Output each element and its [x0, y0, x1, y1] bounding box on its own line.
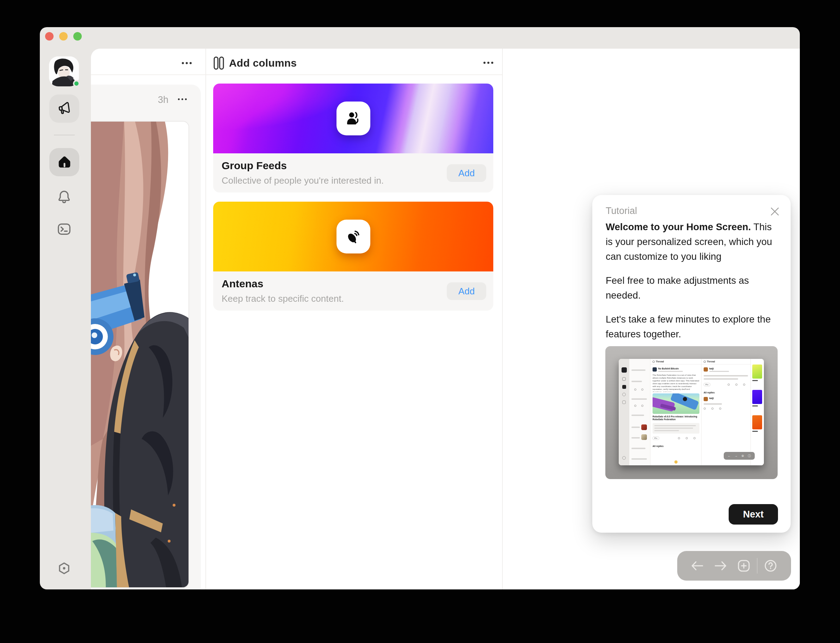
- tutorial-close-button[interactable]: [770, 206, 780, 217]
- mini-column-thread-1: Thread No Bullshit Bitcoin The RoboSats …: [650, 359, 702, 465]
- back-button[interactable]: [686, 557, 709, 574]
- antenas-tile: [337, 220, 370, 253]
- group-feeds-tile: [337, 101, 370, 135]
- traffic-lights: [45, 32, 82, 41]
- app-window: 3h: [40, 27, 800, 589]
- screenshot-canvas: 3h: [0, 0, 840, 643]
- add-columns-menu-button[interactable]: [483, 62, 493, 64]
- add-group-feeds-button[interactable]: Add: [447, 164, 486, 182]
- nav-toolbar: [677, 551, 791, 581]
- arrow-left-icon: [690, 560, 704, 571]
- close-icon: [770, 207, 780, 216]
- online-status-badge: [73, 80, 80, 87]
- forward-button[interactable]: [709, 557, 732, 574]
- arrow-right-icon: [714, 560, 727, 571]
- antenas-info: Antenas Keep track to specific content. …: [213, 271, 493, 310]
- terminal-icon: [56, 221, 72, 237]
- home-icon: [56, 154, 73, 170]
- mini-thread-header: Thread: [707, 360, 715, 363]
- mini-link-card: [653, 423, 699, 434]
- sidebar-item-notifications[interactable]: [56, 188, 73, 205]
- sidebar-item-home[interactable]: [49, 148, 79, 176]
- sidebar-item-console[interactable]: [56, 221, 73, 238]
- mini-post-author: kaiji: [709, 367, 714, 370]
- minimize-window-button[interactable]: [59, 32, 68, 41]
- anime-illustration: [91, 122, 189, 588]
- tutorial-popup: Tutorial Welcome to your Home Screen. Th…: [592, 195, 791, 533]
- mini-post-author: No Bullshit Bitcoin: [658, 367, 679, 370]
- close-window-button[interactable]: [45, 32, 54, 41]
- toolbar-separator: [757, 558, 757, 574]
- help-icon: [763, 559, 778, 573]
- columns-icon: [213, 56, 224, 70]
- left-column-menu-button[interactable]: [182, 62, 192, 64]
- mini-nav-toolbar: ←→⊕ⓘ: [724, 452, 755, 460]
- settings-icon: [56, 560, 72, 577]
- bell-icon: [56, 189, 72, 205]
- mini-column-add: [751, 359, 764, 465]
- add-antenas-button[interactable]: Add: [447, 282, 486, 300]
- help-button[interactable]: [759, 557, 782, 574]
- card-title: Antenas: [221, 278, 263, 290]
- post-menu-button[interactable]: [178, 98, 187, 100]
- header-divider: [206, 74, 502, 75]
- card-title: Group Feeds: [221, 160, 287, 172]
- mini-pin-button: Pin: [653, 436, 659, 440]
- tutorial-paragraph-3: Let's take a few minutes to explore the …: [606, 312, 781, 341]
- mini-app-window: Thread No Bullshit Bitcoin The RoboSats …: [619, 359, 764, 465]
- mini-column-feed: [629, 359, 650, 465]
- zoom-window-button[interactable]: [73, 32, 82, 41]
- tutorial-title: Tutorial: [606, 206, 637, 217]
- card-subtitle: Keep track to specific content.: [221, 293, 344, 304]
- mini-sidebar: [619, 359, 629, 465]
- add-card-antenas: Antenas Keep track to specific content. …: [213, 202, 493, 310]
- sidebar-item-settings[interactable]: [56, 560, 73, 577]
- mini-all-replies: All replies: [653, 445, 664, 447]
- column-title: Add columns: [229, 57, 297, 69]
- mini-all-replies: All replies: [704, 391, 715, 394]
- mini-robot-image: [653, 393, 699, 414]
- group-feeds-banner: [213, 83, 493, 153]
- card-subtitle: Collective of people you're interested i…: [221, 175, 384, 186]
- post-image[interactable]: [91, 121, 189, 588]
- sidebar-item-announcements[interactable]: [49, 95, 79, 123]
- sidebar-divider: [54, 135, 75, 135]
- post-timestamp: 3h: [158, 95, 168, 105]
- add-column-icon: [737, 559, 751, 573]
- mini-link-title: RoboSats v0.6.0 Pre-release: Introducing…: [653, 415, 699, 421]
- group-person-icon: [345, 110, 362, 127]
- deck-panel: 3h: [91, 49, 800, 589]
- column-divider: [502, 49, 503, 589]
- add-column-button[interactable]: [732, 557, 755, 574]
- antenas-banner: [213, 202, 493, 271]
- mini-post-body: The RoboSats Federation is a set of rule…: [653, 374, 699, 392]
- tutorial-p1-bold: Welcome to your Home Screen.: [606, 221, 751, 232]
- group-feeds-info: Group Feeds Collective of people you're …: [213, 153, 493, 193]
- add-card-group-feeds: Group Feeds Collective of people you're …: [213, 83, 493, 193]
- mini-column-thread-2: Thread kaiji Pin All replies kaiji: [702, 359, 751, 465]
- header-divider: [91, 74, 205, 75]
- mini-emoji: [674, 460, 677, 463]
- mini-thread-header: Thread: [656, 360, 664, 363]
- next-button[interactable]: Next: [729, 504, 778, 525]
- tutorial-preview-image: Thread No Bullshit Bitcoin The RoboSats …: [606, 346, 778, 479]
- tutorial-paragraph-2: Feel free to make adjustments as needed.: [606, 273, 781, 303]
- megaphone-icon: [56, 100, 73, 117]
- satellite-dish-icon: [345, 228, 362, 245]
- tutorial-paragraph-1: Welcome to your Home Screen. This is you…: [606, 220, 781, 264]
- column-divider: [205, 49, 206, 589]
- mini-pin-button: Pin: [704, 383, 710, 386]
